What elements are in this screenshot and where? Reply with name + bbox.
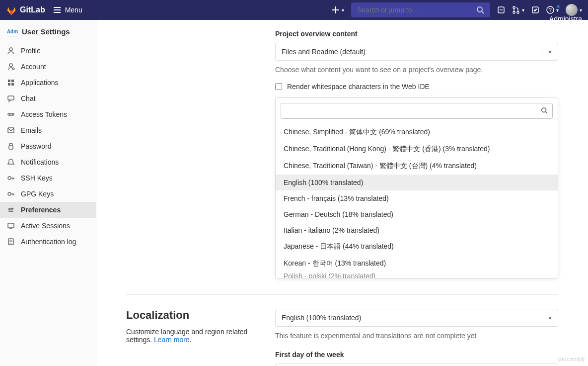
svg-point-0 bbox=[477, 7, 482, 12]
sidebar-item-label: Access Tokens bbox=[21, 110, 67, 118]
help-icon-link[interactable]: ? ▾ bbox=[546, 6, 559, 14]
plus-icon bbox=[332, 6, 340, 14]
token-icon bbox=[7, 110, 15, 118]
notification-dot bbox=[556, 4, 560, 8]
sidebar-item-authentication-log[interactable]: Authentication log bbox=[0, 234, 96, 250]
global-search[interactable] bbox=[351, 2, 490, 17]
sidebar-item-gpg-keys[interactable]: GPG Keys bbox=[0, 186, 96, 202]
svg-point-2 bbox=[513, 6, 515, 8]
language-select[interactable]: English (100% translated) ▾ bbox=[275, 309, 558, 327]
localization-desc: Customize language and region related se… bbox=[126, 328, 259, 344]
language-option-list: Chinese, Simplified - 简体中文 (69% translat… bbox=[276, 124, 558, 278]
week-label: First day of the week bbox=[275, 351, 558, 359]
section-divider bbox=[126, 294, 558, 295]
search-icon bbox=[476, 6, 484, 14]
language-option[interactable]: Chinese, Traditional (Hong Kong) - 繁體中文 … bbox=[276, 141, 558, 158]
gitlab-logo[interactable]: GitLab bbox=[6, 4, 45, 15]
svg-point-19 bbox=[12, 114, 13, 115]
svg-point-17 bbox=[9, 114, 10, 115]
issues-icon bbox=[497, 6, 505, 14]
admin-label: Administra bbox=[549, 15, 582, 23]
sidebar-avatar: Adm bbox=[7, 26, 18, 37]
language-option[interactable]: Japanese - 日本語 (44% translated) bbox=[276, 238, 558, 255]
sidebar-item-preferences[interactable]: Preferences bbox=[0, 202, 96, 218]
sidebar-item-label: Applications bbox=[21, 79, 59, 87]
language-option[interactable]: English (100% translated) bbox=[276, 175, 558, 190]
language-search-input[interactable] bbox=[281, 103, 553, 119]
applications-icon bbox=[7, 79, 15, 87]
svg-point-3 bbox=[513, 11, 515, 13]
svg-text:?: ? bbox=[549, 7, 552, 13]
overview-select[interactable]: Files and Readme (default) ▾ bbox=[275, 43, 558, 61]
language-option[interactable]: Chinese, Traditional (Taiwan) - 繁體中文 (台灣… bbox=[276, 158, 558, 175]
sidebar-item-notifications[interactable]: Notifications bbox=[0, 154, 96, 170]
merge-requests-icon-link[interactable]: ▾ bbox=[512, 6, 524, 14]
sidebar: Adm User Settings ProfileAccountApplicat… bbox=[0, 20, 96, 366]
menu-toggle[interactable]: Menu bbox=[53, 6, 82, 14]
sidebar-item-label: Account bbox=[21, 63, 46, 71]
language-option[interactable]: Polish - polski (2% translated) bbox=[276, 272, 558, 278]
svg-rect-27 bbox=[8, 223, 14, 228]
sidebar-item-account[interactable]: Account bbox=[0, 59, 96, 75]
chevron-down-icon: ▾ bbox=[342, 7, 344, 13]
whitespace-checkbox[interactable] bbox=[275, 83, 282, 90]
sidebar-item-access-tokens[interactable]: Access Tokens bbox=[0, 106, 96, 122]
svg-rect-20 bbox=[8, 128, 14, 133]
svg-point-9 bbox=[9, 64, 12, 67]
emails-icon bbox=[7, 126, 15, 134]
sessions-icon bbox=[7, 222, 15, 230]
language-dropdown-panel: Chinese, Simplified - 简体中文 (69% translat… bbox=[275, 97, 558, 278]
svg-point-22 bbox=[8, 177, 11, 180]
svg-rect-13 bbox=[8, 83, 10, 86]
sidebar-item-profile[interactable]: Profile bbox=[0, 43, 96, 59]
svg-rect-21 bbox=[9, 146, 13, 149]
key-icon bbox=[7, 190, 15, 198]
todos-icon-link[interactable] bbox=[531, 6, 539, 14]
language-help: This feature is experimental and transla… bbox=[275, 332, 558, 340]
search-input[interactable] bbox=[357, 6, 476, 14]
merge-request-icon bbox=[512, 6, 520, 14]
language-option[interactable]: Korean - 한국어 (13% translated) bbox=[276, 255, 558, 272]
learn-more-link[interactable]: Learn more bbox=[154, 336, 190, 344]
sidebar-item-chat[interactable]: Chat bbox=[0, 91, 96, 106]
svg-point-23 bbox=[8, 192, 11, 195]
account-icon bbox=[7, 63, 15, 71]
language-option[interactable]: German - Deutsch (18% translated) bbox=[276, 206, 558, 222]
overview-label: Project overview content bbox=[275, 30, 558, 38]
sidebar-item-applications[interactable]: Applications bbox=[0, 75, 96, 91]
whitespace-label: Render whitespace characters in the Web … bbox=[287, 83, 430, 91]
profile-icon bbox=[7, 47, 15, 55]
authlog-icon bbox=[7, 238, 15, 246]
notifications-icon bbox=[7, 158, 15, 166]
watermark: @51CTO博客 bbox=[557, 357, 585, 363]
svg-rect-11 bbox=[8, 80, 10, 82]
sidebar-item-label: SSH Keys bbox=[21, 174, 53, 182]
key-icon bbox=[7, 174, 15, 182]
sidebar-item-label: Profile bbox=[21, 47, 41, 55]
todo-icon bbox=[531, 6, 539, 14]
hamburger-icon bbox=[53, 6, 61, 14]
language-option[interactable]: French - français (13% translated) bbox=[276, 190, 558, 206]
svg-rect-12 bbox=[11, 80, 14, 82]
week-select[interactable]: System default (Sunday) ▾ bbox=[275, 364, 558, 366]
issues-icon-link[interactable] bbox=[497, 6, 505, 14]
chevron-down-icon: ▾ bbox=[522, 7, 524, 13]
user-menu[interactable]: ▾ Administra bbox=[566, 4, 582, 16]
language-option[interactable]: Chinese, Simplified - 简体中文 (69% translat… bbox=[276, 124, 558, 141]
sidebar-item-active-sessions[interactable]: Active Sessions bbox=[0, 218, 96, 234]
help-icon: ? bbox=[546, 6, 554, 14]
language-option[interactable]: Italian - italiano (2% translated) bbox=[276, 222, 558, 238]
sidebar-item-label: Active Sessions bbox=[21, 222, 70, 230]
preferences-icon bbox=[7, 206, 15, 214]
sidebar-item-ssh-keys[interactable]: SSH Keys bbox=[0, 170, 96, 186]
password-icon bbox=[7, 142, 15, 150]
gitlab-icon bbox=[6, 4, 17, 15]
avatar-icon bbox=[566, 4, 578, 16]
sidebar-item-label: Preferences bbox=[21, 206, 61, 214]
sidebar-title[interactable]: Adm User Settings bbox=[0, 20, 96, 43]
overview-help: Choose what content you want to see on a… bbox=[275, 66, 558, 74]
new-menu[interactable]: ▾ bbox=[332, 6, 344, 14]
sidebar-item-emails[interactable]: Emails bbox=[0, 122, 96, 138]
sidebar-item-password[interactable]: Password bbox=[0, 138, 96, 154]
svg-point-26 bbox=[11, 211, 12, 212]
